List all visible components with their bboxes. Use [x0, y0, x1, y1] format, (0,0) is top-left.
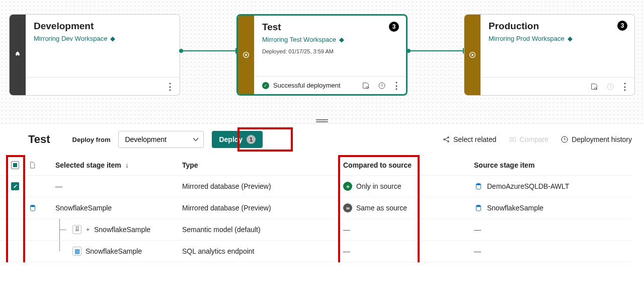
svg-rect-11 — [510, 137, 512, 141]
share-icon — [442, 135, 450, 143]
row-selected-item: — — [52, 176, 179, 197]
compare-button: Compare — [507, 133, 551, 145]
database-icon — [474, 182, 483, 191]
stage-more-button[interactable]: ⋮ — [620, 82, 629, 91]
stage-card-test[interactable]: Test Mirroring Test Workspace ◆ 3 Deploy… — [236, 14, 408, 96]
column-header-type[interactable]: Type — [179, 155, 340, 176]
rules-icon — [590, 83, 598, 91]
pipeline-canvas: Development Mirroring Dev Workspace ◆ ⋮ … — [0, 0, 644, 123]
row-item-icon — [25, 176, 52, 197]
row-source-item: — — [471, 219, 632, 241]
premium-icon: ◆ — [568, 35, 573, 42]
history-icon — [378, 82, 386, 90]
database-icon — [474, 203, 483, 212]
row-compared: ＋ Only in source — [340, 176, 471, 197]
row-type: Mirrored database (Preview) — [179, 176, 340, 197]
stage-card-production[interactable]: Production Mirroring Prod Workspace ◆ 3 … — [464, 14, 635, 96]
history-icon — [606, 83, 614, 91]
row-type: SQL analytics endpoint — [179, 241, 340, 262]
column-header-compared[interactable]: Compared to source — [340, 155, 471, 176]
row-compared: — — [340, 241, 471, 262]
stage-workspace-link[interactable]: Mirroring Prod Workspace ◆ — [489, 35, 626, 42]
target-icon — [468, 51, 476, 59]
target-icon — [242, 51, 250, 59]
default-icon: ✦ — [86, 227, 90, 233]
sort-desc-icon: ↓ — [125, 161, 129, 169]
stage-icon-test — [238, 16, 254, 94]
semantic-model-icon: ⠿ — [72, 225, 82, 234]
stage-more-button[interactable]: ⋮ — [166, 82, 175, 91]
row-source-item: — — [471, 241, 632, 262]
deploy-count-badge: 1 — [247, 135, 256, 144]
deploy-button-label: Deploy — [219, 135, 243, 143]
stage-icon-production — [464, 15, 480, 95]
column-icon — [25, 155, 52, 176]
stage-title: Test — [262, 22, 398, 33]
database-icon — [28, 203, 37, 212]
deployment-history-link[interactable]: Deployment history — [558, 133, 634, 145]
deployment-history-button[interactable] — [376, 80, 388, 92]
svg-point-15 — [30, 205, 35, 207]
stage-title: Production — [489, 21, 626, 32]
deploy-button[interactable]: Deploy 1 — [212, 131, 263, 148]
svg-point-1 — [245, 54, 247, 56]
premium-icon: ◆ — [110, 35, 115, 42]
column-header-selected[interactable]: Selected stage item ↓ — [52, 155, 179, 176]
deploy-from-select[interactable]: Development — [118, 131, 204, 148]
row-type: Semantic model (default) — [179, 219, 340, 241]
history-icon — [560, 135, 569, 143]
only-in-source-icon: ＋ — [343, 182, 352, 191]
row-compared: — — [340, 219, 471, 241]
items-table: Selected stage item ↓ Type Compared to s… — [0, 155, 644, 262]
deployment-history-button — [604, 81, 616, 93]
compare-icon — [509, 135, 517, 143]
status-text: Successful deployment — [273, 82, 341, 89]
stage-item-count: 3 — [389, 22, 399, 32]
stage-title: Development — [34, 21, 172, 32]
svg-point-9 — [448, 137, 449, 138]
stage-more-button[interactable]: ⋮ — [392, 81, 401, 90]
row-compared: ＝ Same as source — [340, 197, 471, 219]
row-type: Mirrored database (Preview) — [179, 197, 340, 219]
svg-point-8 — [444, 139, 445, 140]
deployment-rules-button[interactable] — [588, 81, 600, 93]
svg-point-5 — [471, 54, 473, 56]
svg-rect-12 — [513, 137, 515, 141]
stage-card-development[interactable]: Development Mirroring Dev Workspace ◆ ⋮ — [9, 14, 180, 96]
select-all-checkbox[interactable] — [11, 161, 19, 169]
resize-handle[interactable] — [316, 119, 328, 122]
row-item-icon — [25, 197, 52, 219]
row-selected-item: ⠿ ✦ SnowflakeSample — [52, 219, 179, 241]
row-source-item: SnowflakeSample — [471, 197, 632, 219]
pipeline-connector — [409, 50, 464, 51]
stage-deployed-timestamp: Deployed: 01/17/25, 3:59 AM — [254, 48, 406, 59]
sql-endpoint-icon: ▦ — [72, 247, 82, 256]
status-success-icon: ✓ — [262, 82, 269, 89]
row-checkbox[interactable] — [11, 182, 19, 190]
deployment-rules-button[interactable] — [360, 80, 372, 92]
row-selected-item: ▦ SnowflakeSample — [52, 241, 179, 262]
stage-workspace-link[interactable]: Mirroring Dev Workspace ◆ — [34, 35, 172, 42]
svg-point-16 — [476, 205, 480, 207]
row-source-item: DemoAzureSQLDB-AWLT — [471, 176, 632, 197]
svg-point-10 — [448, 141, 449, 142]
same-as-source-icon: ＝ — [343, 203, 352, 212]
file-icon — [28, 161, 36, 169]
svg-point-14 — [476, 183, 480, 185]
items-toolbar: Test Deploy from Development Deploy 1 Se… — [0, 123, 644, 155]
stage-icon-development — [10, 15, 26, 95]
rules-icon — [362, 82, 370, 90]
pipeline-connector — [181, 50, 236, 51]
premium-icon: ◆ — [339, 36, 344, 43]
column-header-source[interactable]: Source stage item — [471, 155, 632, 176]
stage-item-count: 3 — [617, 21, 627, 31]
row-selected-item: SnowflakeSample — [52, 197, 179, 219]
rocket-icon — [14, 51, 22, 59]
select-related-button[interactable]: Select related — [440, 133, 499, 145]
stage-workspace-link[interactable]: Mirroring Test Workspace ◆ — [262, 36, 398, 43]
active-stage-title: Test — [28, 133, 50, 146]
deploy-from-label: Deploy from — [72, 136, 111, 143]
